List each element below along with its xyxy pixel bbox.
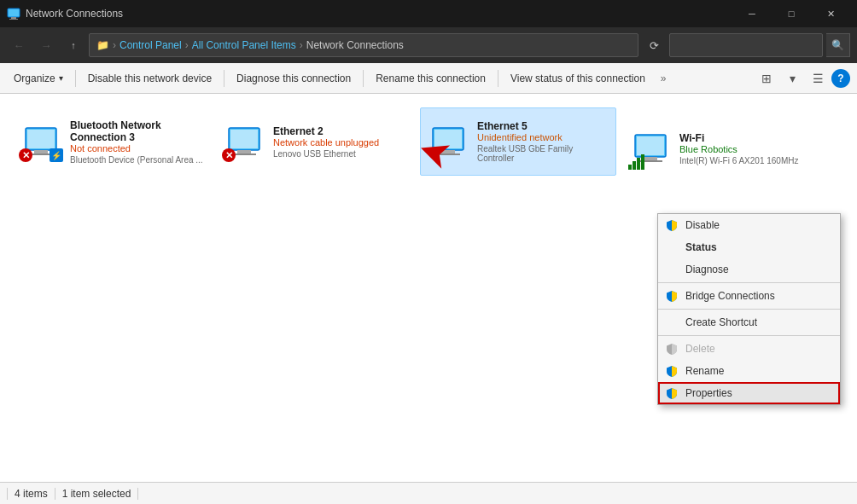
svg-rect-17 (644, 157, 657, 160)
organize-chevron: ▾ (59, 73, 63, 83)
network-name-ethernet2: Ethernet 2 (273, 125, 406, 137)
network-item-ethernet2[interactable]: ✕ Ethernet 2 Network cable unplugged Len… (217, 107, 413, 176)
network-name-ethernet5: Ethernet 5 (477, 120, 609, 132)
toolbar-separator-3 (363, 70, 364, 87)
shield-icon-bridge (665, 289, 679, 303)
svg-rect-19 (628, 165, 632, 170)
svg-rect-8 (230, 130, 258, 148)
help-button[interactable]: ? (831, 69, 850, 88)
items-count: 4 items (7, 488, 55, 500)
up-button[interactable]: ↑ (61, 33, 85, 57)
toolbar-separator-2 (224, 70, 224, 87)
app-icon (7, 7, 20, 20)
error-overlay-eth2: ✕ (220, 147, 237, 164)
diagnose-button[interactable]: Diagnose this connection (230, 67, 358, 90)
view-status-button[interactable]: View status of this connection (504, 67, 652, 90)
network-item-ethernet5[interactable]: Ethernet 5 Unidentified network Realtek … (420, 107, 616, 176)
network-info-ethernet2: Ethernet 2 Network cable unplugged Lenov… (273, 125, 406, 159)
ctx-rename[interactable]: Rename (658, 360, 840, 382)
view-dropdown-button[interactable]: ▾ (780, 67, 804, 90)
more-options-button[interactable]: » (654, 67, 673, 90)
context-menu: Disable Status Diagnose Bridge Connectio… (657, 213, 841, 405)
address-bar: ← → ↑ 📁 › Control Panel › All Control Pa… (0, 27, 857, 63)
network-info-wifi: Wi-Fi Blue Robotics Intel(R) Wi-Fi 6 AX2… (679, 132, 813, 165)
disable-network-button[interactable]: Disable this network device (81, 67, 219, 90)
network-item-bluetooth[interactable]: ✕ ⚡ Bluetooth Network Connection 3 Not c… (14, 107, 210, 176)
ctx-separator-1 (658, 282, 840, 283)
main-content: ✕ ⚡ Bluetooth Network Connection 3 Not c… (0, 94, 857, 482)
svg-rect-2 (9, 19, 18, 20)
svg-rect-9 (237, 150, 251, 154)
ctx-bridge[interactable]: Bridge Connections (658, 285, 840, 307)
shield-icon-properties (665, 386, 679, 400)
svg-rect-14 (436, 154, 460, 155)
ctx-separator-3 (658, 335, 840, 336)
breadcrumb-control-panel[interactable]: Control Panel (120, 39, 182, 51)
network-name-wifi: Wi-Fi (679, 132, 813, 144)
bluetooth-overlay: ⚡ (48, 147, 65, 164)
network-icon-bluetooth: ✕ ⚡ (20, 121, 61, 162)
breadcrumb-all-items[interactable]: All Control Panel Items (192, 39, 296, 51)
ctx-properties[interactable]: Properties (658, 382, 840, 404)
svg-rect-16 (637, 136, 664, 155)
svg-rect-21 (637, 158, 640, 170)
ctx-diagnose[interactable]: Diagnose (658, 258, 840, 281)
selected-count: 1 item selected (55, 488, 139, 500)
toolbar: Organize ▾ Disable this network device D… (0, 63, 857, 94)
network-icon-ethernet2: ✕ (224, 121, 265, 162)
network-icon-ethernet5 (428, 121, 469, 162)
wifi-signal-overlay (628, 154, 645, 172)
close-button[interactable]: ✕ (811, 0, 850, 27)
refresh-button[interactable]: ⟳ (642, 33, 666, 57)
view-details-button[interactable]: ☰ (806, 67, 830, 90)
svg-rect-22 (641, 154, 644, 170)
shield-icon-disable (665, 218, 679, 232)
network-desc-ethernet5: Realtek USB GbE Family Controller (477, 144, 609, 163)
network-status-ethernet5: Unidentified network (477, 132, 609, 142)
ctx-disable[interactable]: Disable (658, 214, 840, 236)
svg-rect-20 (633, 161, 636, 170)
view-controls: ⊞ ▾ ☰ ? (755, 67, 850, 90)
organize-button[interactable]: Organize ▾ (7, 67, 70, 90)
maximize-button[interactable]: □ (772, 0, 811, 27)
network-status-wifi: Blue Robotics (679, 144, 813, 154)
rename-button[interactable]: Rename this connection (369, 67, 493, 90)
search-input[interactable] (669, 33, 823, 57)
error-overlay: ✕ (17, 147, 34, 164)
breadcrumb-icon: 📁 (96, 39, 109, 51)
network-info-bluetooth: Bluetooth Network Connection 3 Not conne… (70, 119, 203, 165)
toolbar-separator-4 (498, 70, 498, 87)
svg-rect-4 (27, 130, 55, 148)
network-desc-wifi: Intel(R) Wi-Fi 6 AX201 160MHz (679, 156, 813, 165)
network-item-wifi[interactable]: Wi-Fi Blue Robotics Intel(R) Wi-Fi 6 AX2… (623, 114, 819, 182)
ctx-delete[interactable]: Delete (658, 338, 840, 360)
network-info-ethernet5: Ethernet 5 Unidentified network Realtek … (477, 120, 609, 163)
minimize-button[interactable]: ─ (732, 0, 772, 27)
svg-rect-5 (34, 150, 48, 154)
breadcrumb: 📁 › Control Panel › All Control Panel It… (89, 33, 638, 57)
view-type-button[interactable]: ⊞ (755, 67, 778, 90)
svg-rect-1 (11, 17, 16, 19)
network-status-ethernet2: Network cable unplugged (273, 137, 406, 148)
shield-icon-delete (665, 342, 679, 356)
computer-icon-eth5 (428, 121, 469, 162)
ctx-create-shortcut[interactable]: Create Shortcut (658, 311, 840, 333)
statusbar: 4 items 1 item selected (0, 482, 857, 504)
forward-button[interactable]: → (34, 33, 58, 57)
toolbar-separator-1 (75, 70, 76, 87)
network-name-bluetooth: Bluetooth Network Connection 3 (70, 119, 203, 143)
breadcrumb-current: Network Connections (306, 39, 404, 51)
svg-rect-13 (441, 150, 455, 154)
shield-icon-rename (665, 364, 679, 378)
ctx-status[interactable]: Status (658, 236, 840, 258)
back-button[interactable]: ← (7, 33, 31, 57)
window-title: Network Connections (26, 8, 732, 20)
svg-rect-12 (434, 130, 462, 148)
ctx-separator-2 (658, 309, 840, 310)
network-desc-bluetooth: Bluetooth Device (Personal Area ... (70, 155, 203, 165)
network-status-bluetooth: Not connected (70, 143, 203, 154)
search-icon: 🔍 (826, 33, 850, 57)
svg-rect-0 (8, 9, 20, 17)
network-icon-wifi (630, 128, 671, 169)
network-desc-ethernet2: Lenovo USB Ethernet (273, 149, 406, 159)
